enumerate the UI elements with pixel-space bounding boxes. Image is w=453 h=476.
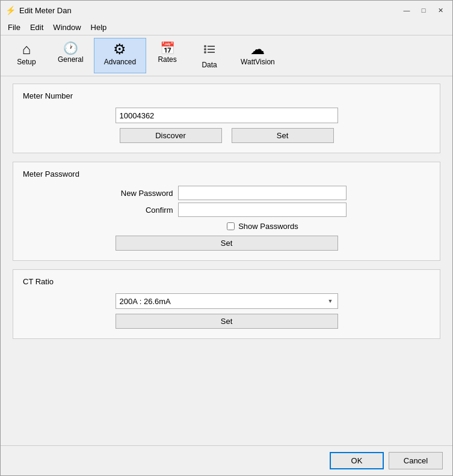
meter-number-input[interactable]: [116, 108, 338, 123]
ok-button[interactable]: OK: [330, 452, 384, 469]
confirm-input[interactable]: [178, 203, 347, 217]
tab-rates-label: Rates: [158, 55, 176, 64]
new-password-label: New Password: [107, 189, 173, 198]
svg-rect-3: [208, 49, 215, 50]
list-icon: [202, 42, 217, 60]
svg-point-2: [204, 48, 206, 50]
menu-window[interactable]: Window: [48, 21, 85, 34]
tab-advanced[interactable]: ⚙ Advanced: [94, 38, 146, 73]
tab-data[interactable]: Data: [188, 38, 230, 73]
tab-advanced-label: Advanced: [104, 58, 136, 66]
meter-number-set-button[interactable]: Set: [232, 128, 334, 143]
window-title: Edit Meter Dan: [19, 6, 72, 15]
maximize-button[interactable]: □: [416, 4, 431, 16]
show-passwords-label[interactable]: Show Passwords: [238, 222, 298, 231]
content-area: Meter Number Discover Set Meter Password…: [1, 76, 452, 445]
tab-setup-label: Setup: [17, 58, 35, 66]
ct-ratio-select[interactable]: 200A : 26.6mA 100A : 13.3mA 50A : 6.7mA: [116, 293, 338, 309]
cloud-icon: ☁: [250, 42, 265, 56]
home-icon: ⌂: [22, 42, 31, 56]
cancel-button[interactable]: Cancel: [389, 452, 443, 469]
close-button[interactable]: ✕: [433, 4, 448, 16]
gear-icon: ⚙: [113, 42, 126, 56]
svg-rect-5: [208, 52, 215, 53]
clock-icon: 🕐: [63, 42, 78, 54]
tab-general[interactable]: 🕐 General: [48, 38, 94, 73]
ct-select-wrapper: 200A : 26.6mA 100A : 13.3mA 50A : 6.7mA: [116, 293, 338, 309]
calendar-icon: 📅: [160, 42, 175, 54]
tab-setup[interactable]: ⌂ Setup: [5, 38, 48, 73]
app-icon: ⚡: [5, 5, 16, 15]
show-passwords-row: Show Passwords: [227, 222, 298, 231]
svg-point-0: [204, 45, 206, 47]
title-bar-controls: — □ ✕: [399, 4, 448, 16]
tab-rates[interactable]: 📅 Rates: [146, 38, 188, 73]
menu-edit[interactable]: Edit: [25, 21, 48, 34]
meter-password-section: Meter Password New Password Confirm Show…: [13, 162, 440, 261]
ct-ratio-inner: 200A : 26.6mA 100A : 13.3mA 50A : 6.7mA …: [23, 293, 430, 329]
svg-rect-1: [208, 46, 215, 47]
menu-help[interactable]: Help: [86, 21, 112, 34]
title-bar-left: ⚡ Edit Meter Dan: [5, 5, 72, 15]
meter-number-section: Meter Number Discover Set: [13, 84, 440, 153]
tab-general-label: General: [58, 55, 84, 64]
ct-ratio-section: CT Ratio 200A : 26.6mA 100A : 13.3mA 50A…: [13, 269, 440, 339]
show-passwords-checkbox[interactable]: [227, 222, 235, 230]
tab-data-label: Data: [202, 61, 217, 69]
main-window: ⚡ Edit Meter Dan — □ ✕ File Edit Window …: [0, 0, 453, 476]
new-password-input[interactable]: [178, 186, 347, 200]
meter-number-inner: Discover Set: [23, 108, 430, 143]
minimize-button[interactable]: —: [399, 4, 414, 16]
tab-wattvision[interactable]: ☁ WattVision: [230, 38, 285, 73]
footer: OK Cancel: [1, 445, 452, 475]
discover-set-row: Discover Set: [120, 128, 334, 143]
tab-wattvision-label: WattVision: [241, 58, 275, 66]
toolbar: ⌂ Setup 🕐 General ⚙ Advanced 📅 Rates: [1, 35, 452, 76]
discover-button[interactable]: Discover: [120, 128, 222, 143]
svg-point-4: [204, 51, 206, 53]
ct-ratio-set-button[interactable]: Set: [116, 314, 338, 329]
ct-ratio-title: CT Ratio: [23, 277, 430, 286]
meter-password-title: Meter Password: [23, 169, 430, 178]
meter-number-title: Meter Number: [23, 91, 430, 100]
new-password-row: New Password: [107, 186, 347, 200]
confirm-label: Confirm: [107, 206, 173, 215]
title-bar: ⚡ Edit Meter Dan — □ ✕: [1, 1, 452, 20]
password-set-button[interactable]: Set: [116, 236, 338, 251]
menubar: File Edit Window Help: [1, 20, 452, 35]
menu-file[interactable]: File: [3, 21, 25, 34]
confirm-row: Confirm: [107, 203, 347, 217]
